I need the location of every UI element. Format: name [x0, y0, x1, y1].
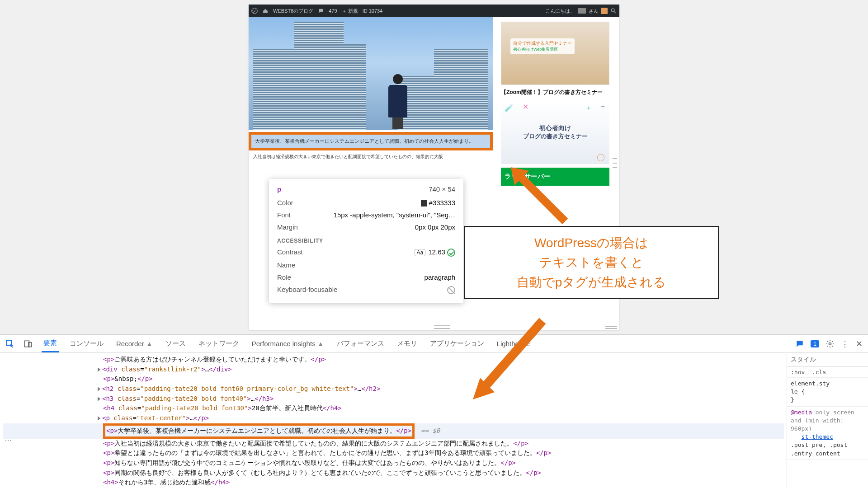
card2-line2: ブログの書き方セミナー [523, 132, 588, 141]
inspect-element-icon[interactable] [5, 339, 14, 348]
issues-icon[interactable] [795, 339, 804, 348]
vertical-resize-grip[interactable] [613, 158, 617, 168]
post-id: ID 10734 [363, 8, 383, 14]
tooltip-dimensions: 740 × 54 [429, 185, 455, 193]
callout-line-1: WordPressの場合は [474, 233, 709, 253]
comment-count[interactable]: 479 [329, 8, 337, 14]
tooltip-margin-value: 0px 0px 20px [415, 223, 455, 231]
tab-elements[interactable]: 要素 [42, 335, 59, 352]
hov-toggle[interactable]: :hov [791, 369, 805, 375]
horizontal-resize-grip-2[interactable] [605, 325, 617, 330]
issues-count[interactable]: 1 [811, 340, 819, 347]
aa-badge: Aa [415, 249, 426, 256]
greeting-text: こんにちは、 [545, 8, 575, 14]
tooltip-margin-label: Margin [277, 223, 298, 231]
media-query-block[interactable]: @media only screen and (min-width: 960px… [787, 407, 868, 460]
more-icon[interactable]: ⋮ [841, 339, 849, 349]
tooltip-font-label: Font [277, 211, 291, 219]
tab-perf-insights[interactable]: Performance insights ▲ [250, 336, 326, 351]
sidebar-column: 自分で作成する入門セミナー 初心者向けWeb集客講座 【Zoom開催！】ブログの… [501, 17, 609, 186]
svg-point-5 [829, 343, 831, 345]
sidebar-card-1-line2: 初心者向けWeb集客講座 [513, 47, 558, 52]
inspect-tooltip: p 740 × 54 Color#333333 Font15px -apple-… [269, 179, 463, 303]
gear-icon[interactable] [826, 339, 835, 348]
wordpress-icon[interactable] [251, 8, 258, 14]
horizontal-resize-grip[interactable] [434, 325, 450, 329]
cls-toggle[interactable]: .cls [812, 369, 826, 375]
tab-recorder[interactable]: Recorder ▲ [114, 336, 155, 351]
selected-element-line: <p>大学卒業後、某複合機メーカーにシステムエンジニアとして就職。初めての社会人… [3, 423, 784, 439]
tab-sources[interactable]: ソース [164, 336, 188, 352]
highlighted-text: 大学卒業後、某複合機メーカーにシステムエンジニアとして就職。初めての社会人人生が… [255, 138, 474, 144]
tooltip-role-value: paragraph [425, 273, 455, 281]
svg-point-1 [611, 9, 614, 12]
tab-console[interactable]: コンソール [68, 336, 105, 352]
check-icon [447, 249, 455, 257]
wp-admin-bar[interactable]: WEBST8のブログ 479 ＋ 新規 ID 10734 こんにちは、 さん [249, 5, 619, 17]
tab-network[interactable]: ネットワーク [197, 336, 241, 352]
new-button[interactable]: ＋ 新規 [342, 8, 358, 14]
main-column: 大学卒業後、某複合機メーカーにシステムエンジニアとして就職。初めての社会人人生が… [249, 17, 493, 186]
overflow-ellipsis: … [5, 435, 13, 443]
hero-image [249, 17, 493, 130]
tab-memory[interactable]: メモリ [395, 336, 419, 352]
tooltip-tag: p [277, 185, 281, 193]
tooltip-color-value: #333333 [429, 199, 455, 206]
callout-line-3: 自動でpタグが生成される [474, 272, 709, 292]
tooltip-color-label: Color [277, 199, 293, 206]
element-style-block[interactable]: element.sty le { } [787, 378, 868, 407]
devtools-panel: 要素 コンソール Recorder ▲ ソース ネットワーク Performan… [0, 334, 868, 488]
sidebar-title-1[interactable]: 【Zoom開催！】ブログの書き方セミナー [501, 89, 609, 96]
tooltip-role-label: Role [277, 273, 291, 281]
tooltip-name-label: Name [277, 261, 295, 269]
avatar [578, 8, 586, 14]
tab-performance[interactable]: パフォーマンス [335, 336, 386, 352]
tooltip-contrast-label: Contrast [277, 248, 303, 257]
annotation-arrow-2 [466, 316, 556, 407]
annotation-arrow-1 [506, 163, 570, 226]
tooltip-contrast-value: 12.63 [428, 248, 445, 256]
highlighted-paragraph: 大学卒業後、某複合機メーカーにシステムエンジニアとして就職。初めての社会人人生が… [249, 132, 493, 150]
search-icon[interactable] [610, 8, 617, 14]
device-toggle-icon[interactable] [24, 339, 33, 348]
annotation-callout: WordPressの場合は テキストを書くと 自動でpタグが生成される [464, 226, 719, 299]
devtools-tabbar: 要素 コンソール Recorder ▲ ソース ネットワーク Performan… [0, 335, 868, 353]
username[interactable]: さん [589, 8, 599, 14]
close-icon[interactable]: ✕ [856, 339, 863, 349]
color-swatch [421, 200, 427, 206]
home-icon[interactable] [262, 8, 269, 14]
site-title[interactable]: WEBST8のブログ [273, 8, 313, 14]
callout-line-2: テキストを書くと [474, 253, 709, 272]
tooltip-font-value: 15px -apple-system, "system-ui", "Seg… [334, 211, 455, 219]
sidebar-card-1[interactable]: 自分で作成する入門セミナー 初心者向けWeb集客講座 [501, 22, 609, 85]
next-paragraph: 入社当初は経済規模の大きい東京で働きたいと配属面接で希望していたものの、結果的に… [249, 150, 493, 160]
styles-header[interactable]: スタイル [787, 353, 868, 367]
sidebar-card-2[interactable]: 🧪✕ ＋÷ ◯ 初心者向け ブログの書き方セミナー [501, 101, 609, 164]
tooltip-kf-label: Keyboard-focusable [277, 286, 337, 294]
comment-icon[interactable] [318, 8, 324, 14]
content-row: 大学卒業後、某複合機メーカーにシステムエンジニアとして就職。初めての社会人人生が… [249, 17, 619, 186]
card2-line1: 初心者向け [539, 124, 571, 132]
tooltip-a11y-header: ACCESSIBILITY [277, 238, 455, 244]
not-focusable-icon [447, 286, 455, 294]
avatar-small [601, 8, 608, 14]
styles-panel[interactable]: スタイル :hov .cls element.sty le { } @media… [787, 353, 868, 488]
sidebar-card-1-line1: 自分で作成する入門セミナー [513, 41, 572, 46]
stylesheet-link[interactable]: st-themec [801, 433, 833, 440]
elements-tree[interactable]: <p>ご興味ある方はぜひチャンネル登録をしていただけますと幸いです。</p> <… [0, 353, 787, 488]
